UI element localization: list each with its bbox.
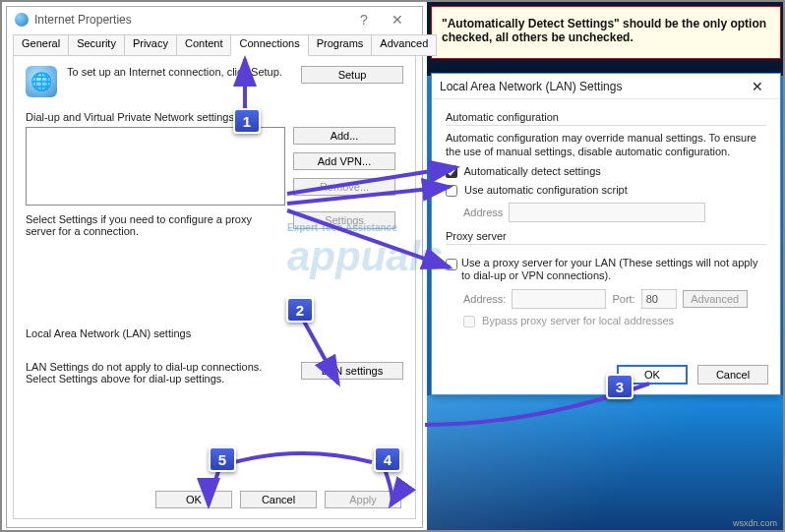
setup-button[interactable]: Setup — [301, 66, 403, 84]
callout-2: 2 — [286, 297, 314, 323]
apply-button: Apply — [325, 491, 401, 508]
remove-button: Remove... — [293, 178, 395, 196]
proxy-port-label: Port: — [612, 293, 634, 305]
ok-button[interactable]: OK — [155, 491, 232, 508]
connections-listbox[interactable] — [26, 127, 285, 206]
tab-strip: General Security Privacy Content Connect… — [7, 34, 422, 56]
help-button[interactable]: ? — [347, 9, 381, 30]
lan-window-title: Local Area Network (LAN) Settings — [440, 80, 622, 93]
proxy-port-input — [641, 289, 677, 309]
callout-3: 3 — [606, 374, 634, 399]
tab-connections[interactable]: Connections — [230, 34, 308, 56]
tab-security[interactable]: Security — [68, 34, 125, 56]
autodetect-checkbox[interactable] — [446, 166, 457, 178]
lan-settings-button[interactable]: LAN settings — [301, 362, 403, 380]
globe-icon — [15, 13, 29, 27]
lan-settings-window: Local Area Network (LAN) Settings ✕ Auto… — [431, 73, 781, 395]
lan-titlebar: Local Area Network (LAN) Settings ✕ — [432, 74, 780, 99]
window-title: Internet Properties — [34, 13, 132, 27]
autoscript-label: Use automatic configuration script — [464, 184, 628, 196]
connection-wizard-icon: 🌐 — [26, 66, 57, 97]
proxy-address-label: Address: — [463, 293, 506, 305]
dialup-group-label: Dial-up and Virtual Private Network sett… — [26, 111, 403, 123]
cancel-button[interactable]: Cancel — [240, 491, 317, 508]
lan-group-label: Local Area Network (LAN) settings — [26, 327, 403, 339]
autodetect-label: Automatically detect settings — [463, 165, 600, 177]
tab-advanced[interactable]: Advanced — [371, 34, 437, 56]
tab-programs[interactable]: Programs — [308, 34, 373, 56]
close-button[interactable]: ✕ — [381, 9, 414, 30]
settings-button: Settings — [293, 211, 395, 229]
use-proxy-label: Use a proxy server for your LAN (These s… — [461, 257, 766, 284]
callout-5: 5 — [209, 446, 236, 472]
script-address-input — [509, 203, 705, 222]
lan-desc-text: LAN Settings do not apply to dial-up con… — [26, 361, 281, 384]
bypass-checkbox — [463, 316, 475, 327]
setup-text: To set up an Internet connection, click … — [67, 66, 291, 78]
script-address-label: Address — [463, 207, 503, 218]
tab-privacy[interactable]: Privacy — [124, 34, 177, 56]
auto-config-desc: Automatic configuration may override man… — [446, 132, 766, 159]
proxy-address-input — [512, 289, 606, 309]
select-settings-text: Select Settings if you need to configure… — [26, 213, 281, 237]
add-button[interactable]: Add... — [293, 127, 395, 145]
autoscript-checkbox[interactable] — [446, 185, 457, 197]
callout-1: 1 — [233, 108, 261, 134]
tab-general[interactable]: General — [13, 34, 69, 56]
callout-4: 4 — [374, 446, 401, 472]
lan-cancel-button[interactable]: Cancel — [697, 365, 768, 384]
tab-content[interactable]: Content — [176, 34, 232, 56]
auto-config-header: Automatic configuration — [446, 111, 766, 123]
proxy-header: Proxy server — [446, 230, 766, 242]
titlebar: Internet Properties ? ✕ — [7, 7, 422, 32]
bypass-label: Bypass proxy server for local addresses — [482, 315, 674, 326]
instruction-note: "Automatically Detect Settings" should b… — [431, 6, 781, 59]
use-proxy-checkbox[interactable] — [446, 259, 457, 270]
advanced-button: Advanced — [683, 290, 748, 308]
credit-text: wsxdn.com — [733, 518, 777, 528]
add-vpn-button[interactable]: Add VPN... — [293, 152, 395, 170]
lan-close-button[interactable]: ✕ — [743, 79, 772, 94]
